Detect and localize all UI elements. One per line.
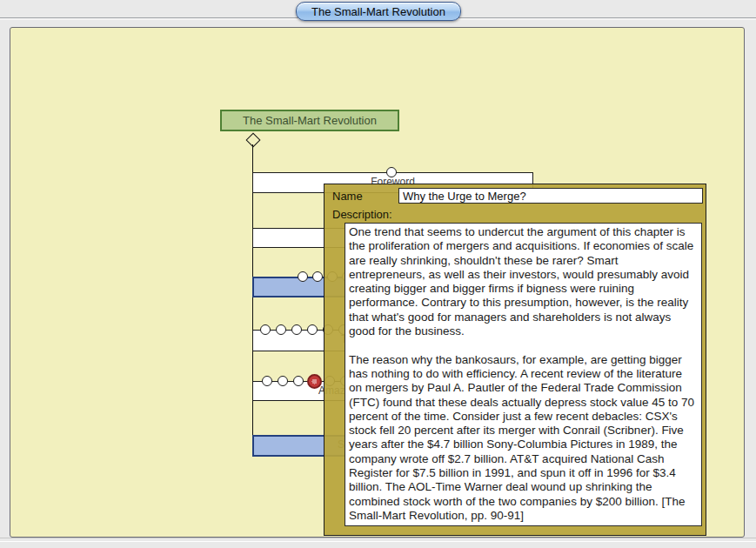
- note-dot[interactable]: [298, 271, 308, 282]
- note-dot[interactable]: [293, 376, 304, 386]
- root-node[interactable]: The Small-Mart Revolution: [220, 110, 399, 131]
- window-title: The Small-Mart Revolution: [311, 5, 445, 18]
- note-dot[interactable]: [291, 324, 302, 335]
- note-dot[interactable]: [276, 324, 286, 335]
- name-label: Name: [332, 190, 363, 203]
- note-info-popup: Name Description: One trend that seems t…: [324, 184, 706, 536]
- collapse-diamond-handle[interactable]: [246, 133, 261, 148]
- window-title-tab[interactable]: The Small-Mart Revolution: [296, 2, 461, 21]
- note-dot[interactable]: [262, 376, 272, 386]
- note-dot[interactable]: [312, 271, 323, 282]
- name-input[interactable]: [398, 188, 703, 204]
- note-dot[interactable]: [260, 324, 271, 335]
- description-textarea[interactable]: One trend that seems to undercut the arg…: [345, 223, 702, 526]
- description-label: Description:: [332, 208, 392, 221]
- note-dot[interactable]: [307, 324, 318, 335]
- note-dot[interactable]: [278, 376, 288, 386]
- root-node-label: The Small-Mart Revolution: [243, 114, 377, 127]
